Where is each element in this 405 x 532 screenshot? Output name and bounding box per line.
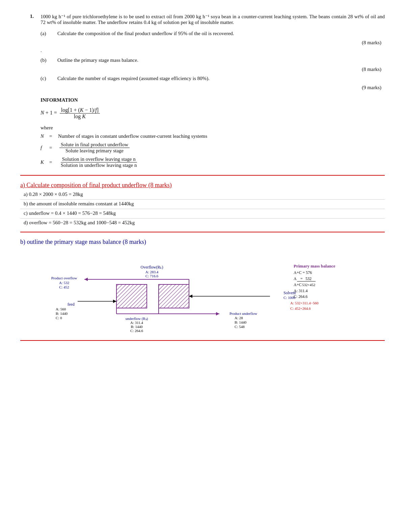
answer-a-line-1: a) 0.28 × 2000 × 0.05 = 28kg [20, 192, 385, 197]
part-c-text: Calculate the number of stages required … [57, 76, 385, 81]
red-divider-2 [20, 232, 385, 232]
K-den: Solution in underflow leaving stage n [59, 162, 138, 168]
balance-C-val: C: 264.6 [294, 294, 307, 299]
overflow-C: C: 716.6 [145, 274, 158, 278]
def-N-desc: Number of stages in constant underflow c… [58, 133, 385, 139]
answer-a-line-2: b) the amount of insoluble remains const… [20, 201, 385, 207]
formula-numerator: log[1 + (K − 1)/f] [60, 107, 100, 113]
solvent-arrow-head [189, 295, 192, 298]
question-main: 1. 1000 kg h⁻¹ of pure trichloroethylene… [20, 14, 385, 25]
overflow-arrow-head [84, 278, 88, 281]
divider-a3 [20, 218, 385, 219]
part-a-label: (a) [40, 31, 57, 36]
feed-B: B: 1440 [56, 311, 68, 315]
def-K-var: K [40, 159, 47, 165]
product-overflow-A: A: 532 [59, 281, 69, 285]
diagram-svg: Overflow(R₁) A: 283.4 C: 716.6 Product o… [20, 249, 385, 337]
stage-box-right [159, 284, 189, 308]
def-N: N = Number of stages in constant underfl… [40, 133, 385, 139]
balance-532: 532 [305, 276, 312, 281]
answer-a-line-3: c) underflow = 0.4 × 1440 = 576−28 = 548… [20, 210, 385, 216]
product-underflow-A: A: 28 [235, 316, 243, 320]
part-b: (b) Outline the primary stage mass balan… [20, 57, 385, 63]
balance-line1: A+C = 576 [294, 270, 312, 275]
question-number: 1. [20, 14, 34, 25]
red-divider-1 [20, 175, 385, 176]
def-K: K = Solution in overflow leaving stage n… [40, 156, 385, 168]
part-b-marks: (8 marks) [20, 67, 385, 72]
f-num: Solute in final product underflow [59, 142, 130, 148]
f-den: Solute leaving primary stage [64, 148, 125, 154]
primary-mass-label: Primary mass balance [294, 263, 335, 269]
def-K-eq: = [49, 159, 56, 165]
balance-C-eq: C: 452+264.6 [290, 306, 311, 310]
product-overflow-label: Product overflow [51, 276, 77, 280]
part-b-label: (b) [40, 57, 57, 63]
product-overflow-C: C: 452 [59, 285, 69, 289]
feed-arrow-head [113, 300, 116, 303]
answer-b-heading: b) outline the primary stage mass balanc… [20, 238, 385, 246]
K-num: Solution in overflow leaving stage n [61, 156, 137, 162]
balance-A-eq: A: 532+311.4−560 [290, 301, 319, 305]
answer-a-heading: a) Calculate composition of final produc… [20, 182, 385, 189]
formula-lhs: N [40, 110, 44, 116]
underflow-arrow-head [216, 312, 219, 315]
dot-marker: · [20, 49, 385, 55]
balance-den-label: A+C [294, 282, 301, 287]
formula-block: N + 1 = log[1 + (K − 1)/f] log K [40, 107, 385, 120]
K-fraction: Solution in overflow leaving stage n Sol… [59, 156, 138, 168]
feed-label: feed [68, 302, 75, 307]
info-section: INFORMATION N + 1 = log[1 + (K − 1)/f] l… [40, 97, 385, 168]
feed-A: A: 560 [56, 307, 66, 311]
underflow-C: C: 264.6 [130, 329, 143, 333]
balance-A-val: A: 311.4 [294, 288, 308, 293]
balance-532-452: 532+452 [302, 283, 315, 287]
divider-a1 [20, 199, 385, 200]
part-a-marks: (8 marks) [20, 40, 385, 46]
part-a: (a) Calculate the composition of the fin… [20, 31, 385, 36]
def-f-eq: = [49, 145, 56, 151]
balance-A-label: A [294, 276, 297, 281]
stage-box-left [116, 284, 147, 308]
info-title: INFORMATION [40, 97, 385, 103]
def-N-var: N [40, 133, 47, 139]
where-block: where N = Number of stages in constant u… [40, 125, 385, 168]
main-fraction: log[1 + (K − 1)/f] log K [60, 107, 100, 120]
def-f: f = Solute in final product underflow So… [40, 142, 385, 154]
answer-a-line-4: d) overflow = 560−28 = 532kg and 1000−54… [20, 220, 385, 226]
f-fraction: Solute in final product underflow Solute… [59, 142, 130, 154]
def-K-fraction: Solution in overflow leaving stage n Sol… [58, 156, 139, 168]
def-f-var: f [40, 145, 47, 151]
underflow-A: A: 311.4 [130, 321, 143, 325]
underflow-B: B: 1440 [131, 325, 143, 329]
part-c-marks: (9 marks) [20, 85, 385, 91]
question-block: 1. 1000 kg h⁻¹ of pure trichloroethylene… [20, 14, 385, 91]
diagram-container: Overflow(R₁) A: 283.4 C: 716.6 Product o… [20, 249, 385, 337]
product-underflow-B: B: 1440 [235, 320, 247, 324]
divider-a2 [20, 209, 385, 209]
overflow-label: Overflow(R₁) [141, 265, 163, 270]
part-c: (c) Calculate the number of stages requi… [20, 76, 385, 81]
part-b-text: Outline the primary stage mass balance. [57, 57, 385, 63]
product-underflow-C: C: 548 [235, 325, 245, 329]
formula-plus: + 1 = [46, 110, 58, 116]
question-text: 1000 kg h⁻¹ of pure trichloroethylene is… [40, 14, 385, 25]
formula-denominator: log K [73, 113, 87, 120]
def-N-eq: = [49, 133, 56, 139]
red-divider-3 [20, 340, 385, 341]
balance-eq: = [300, 276, 303, 281]
part-a-text: Calculate the composition of the final p… [57, 31, 385, 36]
feed-C: C: 0 [56, 316, 62, 320]
part-c-label: (c) [40, 76, 57, 81]
def-f-fraction: Solute in final product underflow Solute… [58, 142, 131, 154]
product-underflow-label: Product underflow [230, 311, 257, 315]
overflow-A: A: 283.4 [145, 270, 159, 274]
where-label: where [40, 125, 385, 131]
